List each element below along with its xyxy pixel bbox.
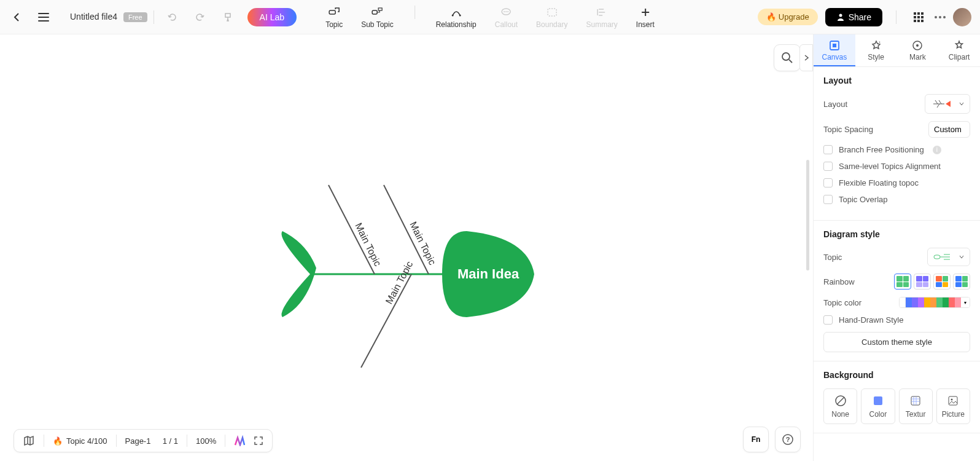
search-button[interactable] xyxy=(774,44,801,71)
topic-style-label: Topic xyxy=(823,253,842,262)
fishbone-diagram[interactable]: Main Idea Main Topic Main Topic Main Top… xyxy=(258,151,577,372)
overlap-checkbox[interactable] xyxy=(823,195,833,204)
diagram-style-section: Diagram style Topic Rainbow Topic color xyxy=(814,221,980,361)
redo-button[interactable] xyxy=(192,9,208,25)
canvas-icon xyxy=(828,39,841,52)
same-level-checkbox[interactable] xyxy=(823,162,833,171)
topic-style-dropdown[interactable] xyxy=(927,248,970,266)
svg-rect-0 xyxy=(225,14,230,17)
summary-tool: Summary xyxy=(582,6,621,29)
zoom-level[interactable]: 100% xyxy=(196,436,216,446)
svg-rect-2 xyxy=(372,10,377,14)
layout-label: Layout xyxy=(823,100,847,109)
spacing-dropdown[interactable]: Custom xyxy=(928,121,970,138)
svg-rect-21 xyxy=(833,44,836,47)
subtopic-icon xyxy=(370,6,384,19)
upgrade-button[interactable]: 🔥Upgrade xyxy=(758,9,818,25)
share-button[interactable]: Share xyxy=(825,8,882,26)
ai-lab-button[interactable]: AI Lab xyxy=(247,8,297,26)
svg-point-5 xyxy=(459,15,461,17)
rainbow-swatch-3[interactable] xyxy=(933,274,951,290)
layout-title: Layout xyxy=(823,76,970,85)
fire-icon: 🔥 xyxy=(766,12,776,22)
layout-section: Layout Layout Topic Spacing Custom Branc… xyxy=(814,67,980,221)
svg-point-11 xyxy=(839,14,842,17)
divider xyxy=(116,435,117,447)
tab-mark[interactable]: Mark xyxy=(897,34,939,66)
divider xyxy=(187,435,187,447)
help-button[interactable]: ? xyxy=(775,427,801,452)
insert-tool[interactable]: Insert xyxy=(632,6,658,29)
user-avatar[interactable] xyxy=(953,8,971,26)
divider xyxy=(225,435,225,447)
svg-rect-26 xyxy=(874,396,882,405)
background-title: Background xyxy=(823,370,970,380)
none-icon xyxy=(834,394,847,408)
topic-color-picker[interactable]: ▾ xyxy=(899,297,970,308)
free-badge: Free xyxy=(123,12,147,22)
relationship-tool[interactable]: Relationship xyxy=(432,6,480,29)
texture-icon xyxy=(909,394,922,408)
rainbow-swatch-group xyxy=(894,274,970,290)
file-name[interactable]: Untitled file4 Free xyxy=(70,12,147,22)
vertical-scrollbar[interactable] xyxy=(806,160,809,270)
svg-point-29 xyxy=(951,399,953,401)
branch-3-line[interactable] xyxy=(361,274,411,368)
hand-drawn-checkbox[interactable] xyxy=(823,315,833,325)
tab-clipart[interactable]: Clipart xyxy=(938,34,980,66)
svg-rect-27 xyxy=(911,396,920,405)
rainbow-swatch-4[interactable] xyxy=(953,274,970,290)
rainbow-label: Rainbow xyxy=(823,277,855,286)
page-indicator[interactable]: Page-1 1 / 1 xyxy=(125,436,178,446)
divider xyxy=(414,6,415,19)
svg-point-4 xyxy=(451,15,453,17)
menu-button[interactable] xyxy=(38,9,55,26)
callout-tool: Callout xyxy=(491,6,521,29)
right-panel: Canvas Style Mark Clipart Layout Layout xyxy=(813,34,980,461)
fn-button[interactable]: Fn xyxy=(743,427,769,452)
divider xyxy=(154,10,154,24)
bottom-bar: 🔥Topic 4/100 Page-1 1 / 1 100% xyxy=(14,429,273,452)
undo-button[interactable] xyxy=(164,9,180,25)
layout-dropdown[interactable] xyxy=(925,94,970,114)
bg-none[interactable]: None xyxy=(823,388,857,424)
info-icon[interactable]: i xyxy=(933,146,941,154)
flexible-checkbox[interactable] xyxy=(823,178,833,187)
map-button[interactable] xyxy=(23,435,35,446)
fullscreen-button[interactable] xyxy=(254,436,263,446)
mark-icon xyxy=(911,39,924,52)
grid-apps-button[interactable] xyxy=(910,9,927,26)
subtopic-tool[interactable]: Sub Topic xyxy=(357,6,397,29)
boundary-tool: Boundary xyxy=(532,6,571,29)
svg-rect-28 xyxy=(949,396,957,405)
svg-rect-24 xyxy=(934,255,940,259)
insert-icon xyxy=(639,6,652,19)
style-icon xyxy=(870,39,882,52)
bg-texture[interactable]: Textur xyxy=(899,388,933,424)
branch-1-line[interactable] xyxy=(329,185,375,274)
rainbow-swatch-2[interactable] xyxy=(914,274,931,290)
canvas[interactable]: Main Idea Main Topic Main Topic Main Top… xyxy=(0,34,813,461)
svg-point-9 xyxy=(507,11,508,12)
branch-3-text[interactable]: Main Topic xyxy=(384,259,415,305)
branch-free-label: Branch Free Positioning xyxy=(839,145,924,154)
main-idea-text[interactable]: Main Idea xyxy=(457,266,519,282)
bg-color[interactable]: Color xyxy=(861,388,895,424)
center-tools: Topic Sub Topic Relationship Callout Bou… xyxy=(322,6,658,29)
bg-picture[interactable]: Picture xyxy=(936,388,970,424)
topic-tool[interactable]: Topic xyxy=(322,6,346,29)
more-button[interactable] xyxy=(935,16,946,18)
panel-collapse-button[interactable] xyxy=(799,44,813,71)
branch-2-text[interactable]: Main Topic xyxy=(408,220,438,267)
spacing-label: Topic Spacing xyxy=(823,125,873,134)
branch-free-checkbox[interactable] xyxy=(823,145,833,154)
logo-button[interactable] xyxy=(234,435,245,446)
tab-style[interactable]: Style xyxy=(855,34,897,66)
format-painter-button[interactable] xyxy=(220,9,236,25)
topic-count[interactable]: 🔥Topic 4/100 xyxy=(53,436,107,446)
person-icon xyxy=(836,13,845,22)
tab-canvas[interactable]: Canvas xyxy=(814,34,855,66)
custom-theme-button[interactable]: Custom theme style xyxy=(823,332,970,352)
rainbow-swatch-1[interactable] xyxy=(894,274,911,290)
back-button[interactable] xyxy=(9,9,26,26)
